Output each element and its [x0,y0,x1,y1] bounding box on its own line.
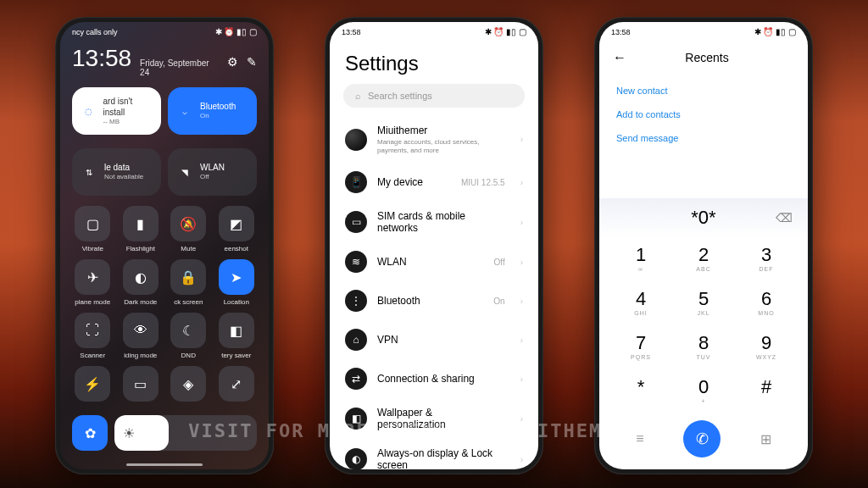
key-8[interactable]: 8TUV [672,325,735,369]
toggle-Mute[interactable]: 🔕 [170,206,206,241]
row-label: Bluetooth [377,295,483,307]
settings-gear-icon[interactable]: ⚙ [227,55,238,69]
dialed-number: *0* [691,207,715,229]
toggle-tile-12[interactable]: ⚡ [75,366,110,402]
link-send-message[interactable]: Send message [616,126,791,150]
call-button[interactable]: ✆ [683,420,721,458]
account-name: Miuithemer [377,125,505,136]
toggle-label: Flashlight [126,245,155,252]
toggle-eenshot[interactable]: ◩ [219,206,254,241]
settings-row-wlan[interactable]: ≋WLANOff› [330,242,538,281]
wifi-icon: ◥ [176,164,193,180]
toggle-Dark-mode[interactable]: ◐ [123,259,159,295]
back-icon[interactable]: ← [613,50,626,65]
settings-row-connection-sharing[interactable]: ⇄Connection & sharing› [330,359,538,398]
toggle-Flashlight[interactable]: ▮ [123,206,159,241]
brightness-slider[interactable]: ☀ [114,415,257,451]
toggle-Scanner[interactable]: ⛶ [75,313,110,348]
row-value: MIUI 12.5.5 [461,178,505,187]
settings-row-wallpaper-personalization[interactable]: ◧Wallpaper & personalization› [330,398,538,439]
chevron-right-icon: › [520,258,523,267]
row-value: Off [494,258,505,267]
bluetooth-tile[interactable]: ⌵ BluetoothOn [168,87,257,135]
bluetooth-icon: ⌵ [176,103,193,119]
key-*[interactable]: * [609,369,672,413]
key-4[interactable]: 4GHI [609,281,672,325]
row-label: My device [377,176,451,188]
status-time: 13:58 [342,28,361,36]
settings-row-bluetooth[interactable]: ⋮BluetoothOn› [330,281,538,320]
toggle-label: ck screen [174,298,203,306]
key-9[interactable]: 9WXYZ [735,325,798,369]
key-5[interactable]: 5JKL [672,281,735,325]
toggle-tile-13[interactable]: ▭ [123,366,159,402]
status-bar: 13:58 ✱ ⏰ ▮▯ ▢ [599,22,808,42]
toggle-Location[interactable]: ➤ [219,259,254,295]
clock-row: 13:58 Friday, September 24 ⚙ ✎ [72,45,257,77]
settings-row-always-on-display-lock-screen[interactable]: ◐Always-on display & Lock screen› [330,439,538,469]
search-icon: ⌕ [355,91,361,101]
brightness-icon: ☀ [123,425,135,441]
settings-row-sim-cards-mobile-networks[interactable]: ▭SIM cards & mobile networks› [330,202,538,242]
keypad-icon[interactable]: ⊞ [760,431,771,447]
key-0[interactable]: 0+ [672,369,735,413]
row-icon: ⇄ [345,368,367,390]
toggle-iding-mode[interactable]: 👁 [123,313,159,348]
settings-row-vpn[interactable]: ⌂VPN› [330,320,538,359]
status-time: 13:58 [611,28,631,36]
status-bar: ncy calls only ✱ ⏰ ▮▯ ▢ [60,22,269,42]
chevron-right-icon: › [520,297,523,306]
account-sub: Manage accounts, cloud services, payment… [377,138,505,154]
toggle-label: plane mode [75,298,110,306]
sim-card-tile[interactable]: ◌ ard isn't install-- MB [72,87,161,135]
toggle-ck-screen[interactable]: 🔒 [170,259,206,295]
key-7[interactable]: 7PQRS [609,325,672,369]
data-arrows-icon: ⇅ [81,164,97,180]
toggle-tile-14[interactable]: ◈ [170,366,206,402]
chevron-right-icon: › [520,178,523,187]
backspace-icon[interactable]: ⌫ [776,211,793,225]
toggle-label: DND [181,352,196,359]
theme-button[interactable]: ✿ [72,415,108,451]
row-label: Always-on display & Lock screen [377,447,495,469]
link-new-contact[interactable]: New contact [616,79,791,103]
toggle-tile-15[interactable]: ⤢ [219,366,254,402]
key-1[interactable]: 1∞ [609,237,672,281]
home-indicator[interactable] [126,463,203,466]
row-icon: ⌂ [345,329,367,351]
clock-time: 13:58 [72,45,131,72]
toggle-tery-saver[interactable]: ◧ [219,313,254,348]
row-label: Wallpaper & personalization [377,407,495,430]
row-icon: ◧ [345,408,367,430]
link-add-to-contacts[interactable]: Add to contacts [616,103,791,126]
menu-icon[interactable]: ≡ [636,431,643,446]
status-icons: ✱ ⏰ ▮▯ ▢ [215,27,257,36]
settings-row-my-device[interactable]: 📱My deviceMIUI 12.5.5› [330,163,538,202]
toggle-label: eenshot [225,245,248,252]
toggle-plane-mode[interactable]: ✈ [75,259,110,295]
toggle-Vibrate[interactable]: ▢ [75,206,110,241]
wlan-tile[interactable]: ◥ WLANOff [168,148,257,196]
row-icon: ⋮ [345,290,367,312]
toggle-label: Scanner [80,352,105,359]
toggle-label: iding mode [124,352,157,359]
key-#[interactable]: # [735,369,798,413]
row-label: WLAN [377,256,484,268]
toggle-DND[interactable]: ☾ [170,313,206,348]
toggle-label: Location [224,298,249,306]
key-2[interactable]: 2ABC [672,237,735,281]
row-label: SIM cards & mobile networks [377,210,495,234]
toggle-label: tery saver [221,352,251,359]
search-input[interactable]: ⌕ Search settings [343,84,525,108]
chevron-right-icon: › [520,218,523,227]
page-title: Recents [637,51,777,64]
chevron-right-icon: › [520,455,523,464]
edit-icon[interactable]: ✎ [247,55,257,69]
page-title: Settings [330,42,538,84]
key-3[interactable]: 3DEF [735,237,798,281]
account-row[interactable]: Miuithemer Manage accounts, cloud servic… [330,116,538,163]
avatar [345,129,367,151]
mobile-data-tile[interactable]: ⇅ le dataNot available [72,148,161,196]
toggle-label: Dark mode [124,298,157,306]
key-6[interactable]: 6MNO [735,281,798,325]
